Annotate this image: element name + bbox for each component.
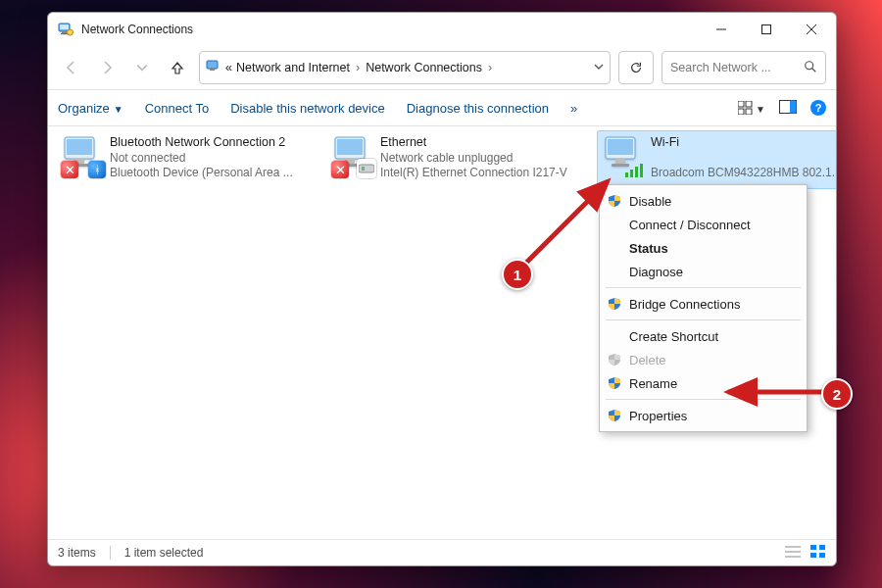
svg-rect-35	[635, 167, 638, 177]
svg-rect-10	[210, 69, 215, 71]
menu-item-label: Diagnose	[629, 265, 683, 279]
svg-point-4	[68, 29, 74, 35]
adapter-icon: ✕ ᚼ	[63, 135, 104, 176]
address-bar[interactable]: « Network and Internet › Network Connect…	[199, 51, 611, 84]
forward-button[interactable]	[93, 54, 121, 81]
menu-separator	[606, 319, 801, 320]
adapter-device: Broadcom BCM943228HMB 802.1...	[651, 166, 836, 180]
svg-rect-40	[810, 545, 816, 550]
back-button[interactable]	[58, 54, 85, 81]
svg-rect-43	[819, 553, 825, 558]
context-menu-item[interactable]: Create Shortcut	[600, 324, 807, 348]
disable-device-button[interactable]: Disable this network device	[230, 101, 385, 116]
shield-icon	[608, 409, 621, 422]
annotation-arrow	[723, 382, 831, 402]
up-button[interactable]	[164, 54, 191, 81]
adapter-texts: Bluetooth Network Connection 2 Not conne…	[110, 135, 293, 184]
adapter-name: Wi-Fi	[651, 135, 836, 151]
shield-icon	[608, 297, 621, 311]
menu-item-label: Create Shortcut	[629, 329, 718, 344]
search-placeholder: Search Network ...	[670, 61, 771, 74]
navigation-row: « Network and Internet › Network Connect…	[48, 46, 836, 89]
search-input[interactable]: Search Network ...	[662, 51, 826, 84]
search-icon	[804, 60, 817, 76]
menu-item-label: Properties	[629, 409, 687, 423]
organize-menu[interactable]: Organize ▼	[58, 101, 123, 116]
window-icon	[58, 22, 74, 37]
menu-item-label: Status	[629, 241, 668, 256]
adapter-texts: Wi-Fi Broadcom BCM943228HMB 802.1...	[651, 135, 836, 184]
svg-rect-1	[60, 24, 69, 29]
command-bar: Organize ▼ Connect To Disable this netwo…	[48, 89, 836, 126]
menu-item-label: Connect / Disconnect	[629, 218, 751, 232]
status-selected-count: 1 item selected	[124, 546, 204, 560]
svg-rect-28	[362, 167, 365, 171]
maximize-button[interactable]	[744, 15, 789, 44]
context-menu-item[interactable]: Bridge Connections	[600, 292, 807, 316]
connect-to-button[interactable]: Connect To	[145, 101, 210, 116]
context-menu-item[interactable]: Diagnose	[600, 260, 807, 283]
shield-icon	[608, 376, 621, 390]
svg-rect-27	[359, 165, 374, 172]
refresh-button[interactable]	[618, 51, 654, 84]
annotation-badge-2: 2	[821, 378, 853, 410]
adapter-list: ✕ ᚼ Bluetooth Network Connection 2 Not c…	[56, 130, 836, 189]
svg-rect-20	[67, 139, 92, 155]
status-bar: 3 items 1 item selected	[48, 539, 836, 565]
large-icons-view-icon[interactable]	[810, 545, 826, 562]
svg-rect-41	[819, 545, 825, 550]
svg-rect-6	[762, 25, 771, 34]
details-view-icon[interactable]	[785, 545, 801, 562]
menu-item-label: Disable	[629, 194, 671, 209]
svg-rect-9	[207, 61, 218, 69]
annotation-badge-1: 1	[502, 259, 533, 290]
ethernet-icon	[357, 159, 376, 178]
wifi-signal-icon	[625, 161, 647, 178]
chevron-down-icon: ▼	[114, 104, 123, 115]
shield-icon	[608, 353, 621, 367]
error-overlay-icon: ✕	[331, 161, 349, 178]
minimize-button[interactable]	[699, 15, 744, 44]
context-menu-item[interactable]: Disable	[600, 189, 807, 213]
network-adapter-item[interactable]: Wi-Fi Broadcom BCM943228HMB 802.1...	[597, 130, 836, 189]
status-divider	[110, 546, 111, 560]
svg-rect-30	[608, 139, 633, 155]
svg-rect-42	[810, 553, 816, 558]
adapter-icon: ✕	[333, 135, 374, 176]
svg-point-11	[806, 61, 813, 69]
chevron-right-icon: ›	[354, 61, 362, 74]
window-title: Network Connections	[81, 23, 193, 36]
overflow-button[interactable]: »	[570, 101, 577, 116]
adapter-status: Not connected	[110, 151, 293, 166]
chevron-right-icon: ›	[486, 61, 494, 74]
title-bar: Network Connections	[48, 13, 836, 46]
svg-rect-16	[746, 109, 752, 115]
adapter-status: Network cable unplugged	[380, 151, 567, 166]
chevron-down-icon[interactable]	[594, 61, 604, 74]
context-menu-item[interactable]: Properties	[600, 404, 807, 427]
svg-rect-13	[738, 101, 744, 107]
breadcrumb-part[interactable]: Network Connections	[366, 61, 482, 74]
svg-rect-15	[738, 109, 744, 115]
close-button[interactable]	[789, 15, 834, 44]
view-options-button[interactable]: ▼	[738, 101, 765, 115]
adapter-icon	[604, 135, 645, 176]
svg-rect-2	[62, 31, 67, 33]
bluetooth-icon: ᚼ	[88, 161, 106, 178]
menu-item-label: Bridge Connections	[629, 297, 740, 312]
menu-item-label: Rename	[629, 376, 677, 391]
network-adapter-item[interactable]: ✕ ᚼ Bluetooth Network Connection 2 Not c…	[56, 130, 315, 189]
recent-locations-button[interactable]	[128, 54, 156, 81]
svg-rect-31	[615, 159, 625, 164]
error-overlay-icon: ✕	[61, 161, 78, 178]
adapter-status	[651, 151, 836, 166]
svg-rect-24	[337, 139, 363, 155]
context-menu-item[interactable]: Status	[600, 236, 807, 260]
svg-rect-36	[640, 164, 643, 177]
context-menu-item[interactable]: Connect / Disconnect	[600, 213, 807, 236]
menu-separator	[606, 287, 801, 288]
preview-pane-button[interactable]	[779, 100, 797, 117]
diagnose-connection-button[interactable]: Diagnose this connection	[407, 101, 549, 116]
help-button[interactable]: ?	[810, 100, 826, 116]
breadcrumb-part[interactable]: Network and Internet	[236, 61, 350, 74]
